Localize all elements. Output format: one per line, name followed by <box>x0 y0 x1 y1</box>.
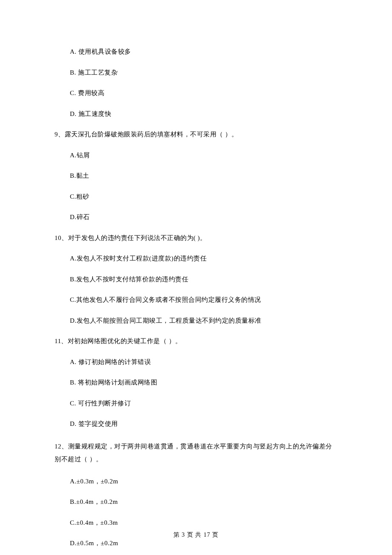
q11-option-a: A. 修订初始网络的计算错误 <box>55 357 337 367</box>
q9-option-a: A.钻屑 <box>55 150 337 160</box>
q10-option-a: A.发包人不按时支付工程款(进度款)的违约责任 <box>55 254 337 263</box>
q9-option-d: D.碎石 <box>55 212 337 222</box>
q11-stem: 11、对初始网络图优化的关键工作是（ ）。 <box>55 336 337 346</box>
q8-option-d: D. 施工速度快 <box>55 109 337 119</box>
q11-option-b: B. 将初始网络计划画成网络图 <box>55 378 337 387</box>
q8-option-b: B. 施工工艺复杂 <box>55 68 337 78</box>
q8-option-c: C. 费用较高 <box>55 88 337 98</box>
page-content: A. 使用机具设备较多 B. 施工工艺复杂 C. 费用较高 D. 施工速度快 9… <box>0 0 392 548</box>
q10-option-d: D.发包人不能按照合同工期竣工，工程质量达不到约定的质量标准 <box>55 316 337 326</box>
q11-option-c: C. 可行性判断并修订 <box>55 399 337 408</box>
q9-option-c: C.粗砂 <box>55 192 337 202</box>
q12-option-d: D.±0.5m，±0.2m <box>55 538 337 548</box>
q10-stem: 10、对于发包人的违约责任下列说法不正确的为( )。 <box>55 233 337 243</box>
q12-option-a: A.±0.3m，±0.2m <box>55 477 337 486</box>
q12-option-b: B.±0.4m，±0.2m <box>55 497 337 507</box>
q10-option-b: B.发包人不按时支付结算价款的违约责任 <box>55 275 337 284</box>
page-footer: 第 3 页 共 17 页 <box>0 531 392 539</box>
q12-option-c: C.±0.4m，±0.3m <box>55 518 337 528</box>
q11-option-d: D. 签字提交使用 <box>55 419 337 429</box>
q9-stem: 9、露天深孔台阶爆破炮眼装药后的填塞材料，不可采用（ ）。 <box>55 130 337 139</box>
q9-option-b: B.黏土 <box>55 171 337 181</box>
q12-stem: 12、测量规程规定，对于两井间巷道贯通，贯通巷道在水平重要方向与竖起方向上的允许… <box>55 440 337 465</box>
q10-option-c: C.其他发包人不履行合同义务或者不按照合同约定履行义务的情况 <box>55 295 337 305</box>
q8-option-a: A. 使用机具设备较多 <box>55 47 337 57</box>
